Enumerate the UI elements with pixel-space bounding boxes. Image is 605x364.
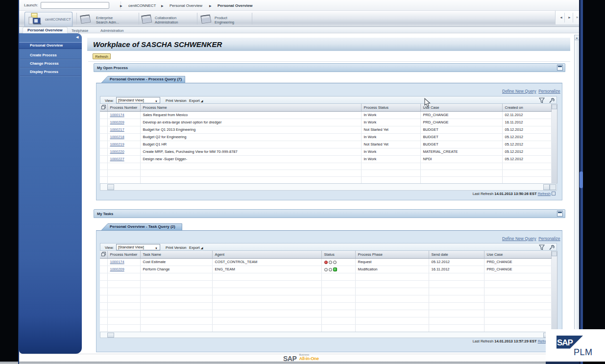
svg-text:SAP: SAP [557, 338, 573, 347]
